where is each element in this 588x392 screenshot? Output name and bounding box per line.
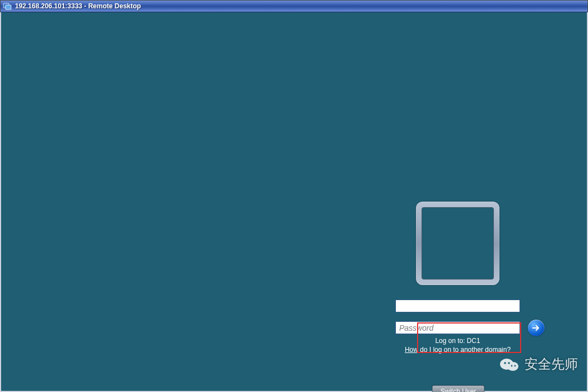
svg-rect-1 <box>6 5 11 9</box>
svg-point-7 <box>514 365 516 367</box>
app-icon <box>3 2 12 11</box>
logon-screen: Log on to: DC1 How do I log on to anothe… <box>0 12 588 392</box>
svg-point-2 <box>500 359 513 370</box>
switch-user-button[interactable]: Switch User <box>432 385 484 392</box>
svg-point-4 <box>504 362 506 364</box>
login-form <box>395 300 542 334</box>
domain-info: Log on to: DC1 How do I log on to anothe… <box>395 336 520 354</box>
window-title: 192.168.206.101:3333 - Remote Desktop <box>15 2 141 10</box>
remote-desktop-window: 192.168.206.101:3333 - Remote Desktop Lo… <box>0 0 588 392</box>
username-input[interactable] <box>395 300 520 312</box>
watermark-text: 安全先师 <box>525 355 578 373</box>
logon-to-label: Log on to: DC1 <box>395 336 520 345</box>
password-input[interactable] <box>395 321 520 334</box>
user-avatar <box>422 207 494 280</box>
domain-help-link[interactable]: How do I log on to another domain? <box>405 346 511 354</box>
svg-point-3 <box>507 362 518 371</box>
svg-point-5 <box>508 362 510 364</box>
svg-point-6 <box>511 365 513 367</box>
submit-arrow-icon[interactable] <box>528 320 545 336</box>
user-avatar-frame <box>416 202 499 285</box>
watermark: 安全先师 <box>499 355 578 373</box>
titlebar[interactable]: 192.168.206.101:3333 - Remote Desktop <box>0 0 588 12</box>
